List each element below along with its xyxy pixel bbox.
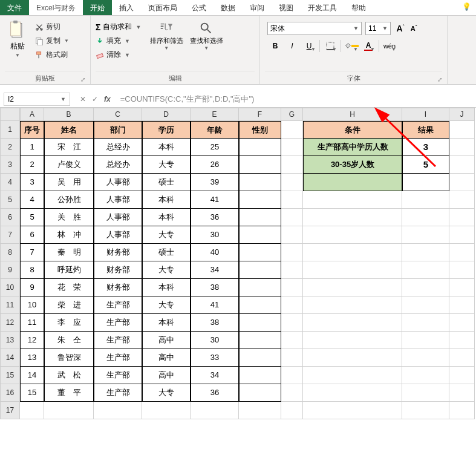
cell-A11[interactable]: 10 [20, 296, 44, 314]
cell-J15[interactable] [449, 367, 475, 384]
fx-icon[interactable]: fx [104, 95, 111, 103]
cell-E11[interactable]: 41 [191, 296, 239, 314]
cell-H3[interactable]: 30-35岁人数 [303, 156, 402, 174]
cell-D11[interactable]: 大专 [142, 296, 191, 314]
cell-A2[interactable]: 1 [20, 139, 44, 156]
cell-H16[interactable] [303, 384, 402, 402]
cell-F13[interactable] [239, 332, 281, 349]
row-header-4[interactable]: 4 [0, 174, 20, 191]
row-header-7[interactable]: 7 [0, 226, 20, 244]
cell-E12[interactable]: 38 [191, 314, 239, 332]
cell-B4[interactable]: 吴 用 [44, 174, 94, 191]
shrink-font-button[interactable]: Aˇ [408, 22, 420, 35]
cell-H5[interactable] [303, 191, 402, 209]
cell-B14[interactable]: 鲁智深 [44, 349, 94, 367]
cell-E2[interactable]: 25 [191, 139, 239, 156]
cell-J10[interactable] [449, 279, 475, 296]
cell-I5[interactable] [402, 191, 449, 209]
italic-button[interactable]: I [284, 39, 300, 53]
cell-I10[interactable] [402, 279, 449, 296]
cell-D15[interactable]: 高中 [142, 367, 191, 384]
cell-H2[interactable]: 生产部高中学历人数 [303, 139, 402, 156]
cell-A16[interactable]: 15 [20, 384, 44, 402]
cell-F4[interactable] [239, 174, 281, 191]
cell-G4[interactable] [281, 174, 303, 191]
cell-C7[interactable]: 人事部 [94, 226, 142, 244]
cell-A17[interactable] [20, 402, 44, 419]
cell-G13[interactable] [281, 332, 303, 349]
cell-E13[interactable]: 30 [191, 332, 239, 349]
cell-F12[interactable] [239, 314, 281, 332]
row-header-16[interactable]: 16 [0, 384, 20, 402]
cell-H13[interactable] [303, 332, 402, 349]
cell-G8[interactable] [281, 244, 303, 261]
cell-F15[interactable] [239, 367, 281, 384]
cell-H7[interactable] [303, 226, 402, 244]
find-select-button[interactable]: 查找和选择▼ [188, 18, 224, 60]
tab-view[interactable]: 视图 [272, 0, 301, 15]
cell-I8[interactable] [402, 244, 449, 261]
paste-button[interactable]: 粘贴 ▼ [5, 18, 30, 60]
cell-I6[interactable] [402, 209, 449, 226]
cell-C3[interactable]: 总经办 [94, 156, 142, 174]
tab-formula[interactable]: 公式 [184, 0, 214, 15]
select-all-corner[interactable] [0, 108, 20, 121]
row-header-12[interactable]: 12 [0, 314, 20, 332]
row-header-10[interactable]: 10 [0, 279, 20, 296]
cell-I13[interactable] [402, 332, 449, 349]
cell-D16[interactable]: 大专 [142, 384, 191, 402]
tab-page-layout[interactable]: 页面布局 [141, 0, 184, 15]
cell-D2[interactable]: 本科 [142, 139, 191, 156]
col-header-F[interactable]: F [239, 108, 281, 121]
cell-C5[interactable]: 人事部 [94, 191, 142, 209]
cell-B11[interactable]: 柴 进 [44, 296, 94, 314]
cell-J5[interactable] [449, 191, 475, 209]
cell-I7[interactable] [402, 226, 449, 244]
cell-B1[interactable]: 姓名 [44, 121, 94, 139]
cell-G15[interactable] [281, 367, 303, 384]
cell-B9[interactable]: 呼延灼 [44, 261, 94, 279]
cell-B6[interactable]: 关 胜 [44, 209, 94, 226]
cell-B5[interactable]: 公孙胜 [44, 191, 94, 209]
cell-H15[interactable] [303, 367, 402, 384]
cell-D17[interactable] [142, 402, 191, 419]
cell-J9[interactable] [449, 261, 475, 279]
cell-H6[interactable] [303, 209, 402, 226]
cell-J4[interactable] [449, 174, 475, 191]
cell-D9[interactable]: 大专 [142, 261, 191, 279]
copy-button[interactable]: 复制▼ [35, 36, 69, 46]
cell-E16[interactable]: 36 [191, 384, 239, 402]
underline-button[interactable]: U▼ [301, 39, 317, 53]
autosum-button[interactable]: Σ自动求和▼ [96, 22, 141, 32]
cell-D6[interactable]: 本科 [142, 209, 191, 226]
cell-C13[interactable]: 生产部 [94, 332, 142, 349]
cell-I1[interactable]: 结果 [402, 121, 449, 139]
cell-I4[interactable] [402, 174, 449, 191]
cell-I11[interactable] [402, 296, 449, 314]
row-header-2[interactable]: 2 [0, 139, 20, 156]
cell-G17[interactable] [281, 402, 303, 419]
cell-G9[interactable] [281, 261, 303, 279]
row-header-15[interactable]: 15 [0, 367, 20, 384]
cell-E9[interactable]: 34 [191, 261, 239, 279]
sort-filter-button[interactable]: 排序和筛选▼ [148, 18, 184, 60]
tab-data[interactable]: 数据 [214, 0, 243, 15]
row-header-14[interactable]: 14 [0, 349, 20, 367]
cell-D4[interactable]: 硕士 [142, 174, 191, 191]
format-painter-button[interactable]: 格式刷 [35, 50, 69, 60]
col-header-B[interactable]: B [44, 108, 94, 121]
tab-review[interactable]: 审阅 [243, 0, 272, 15]
cell-F17[interactable] [239, 402, 281, 419]
cell-I12[interactable] [402, 314, 449, 332]
cell-A1[interactable]: 序号 [20, 121, 44, 139]
col-header-G[interactable]: G [281, 108, 303, 121]
col-header-I[interactable]: I [402, 108, 449, 121]
row-header-1[interactable]: 1 [0, 121, 20, 139]
cell-E15[interactable]: 34 [191, 367, 239, 384]
font-name-select[interactable]: 宋体▼ [267, 22, 362, 35]
cell-G1[interactable] [281, 121, 303, 139]
cell-H11[interactable] [303, 296, 402, 314]
cell-D8[interactable]: 硕士 [142, 244, 191, 261]
phonetic-button[interactable]: wén▼ [382, 39, 397, 53]
fill-color-button[interactable]: ▼ [344, 39, 359, 53]
